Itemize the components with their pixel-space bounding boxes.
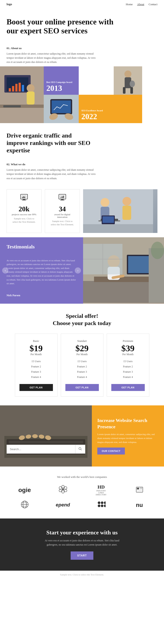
stat-box-1: 20k projects success rate 99% Sample tex… bbox=[7, 189, 42, 233]
partner-flower bbox=[59, 485, 67, 495]
svg-rect-29 bbox=[24, 196, 24, 198]
svg-rect-6 bbox=[19, 83, 21, 92]
drive-section: Drive organic traffic and improve rankin… bbox=[0, 123, 164, 163]
svg-point-94 bbox=[98, 504, 100, 507]
nav-contact[interactable]: Contact bbox=[149, 2, 157, 6]
nav-about[interactable]: About bbox=[137, 2, 144, 6]
presence-left bbox=[0, 406, 92, 466]
partner-epend: epend bbox=[56, 502, 70, 508]
plan-premium-period: Per Month bbox=[111, 353, 145, 356]
svg-rect-4 bbox=[12, 86, 14, 92]
nav-home[interactable]: Home bbox=[126, 2, 133, 6]
svg-point-96 bbox=[104, 502, 106, 504]
cta-footer: Start your experience with us At vero eo… bbox=[0, 518, 164, 570]
svg-rect-33 bbox=[60, 198, 61, 198]
svg-rect-50 bbox=[94, 276, 153, 282]
partner-globe bbox=[20, 500, 29, 510]
image-tablet bbox=[44, 95, 79, 123]
partner-nu: nu bbox=[136, 502, 143, 508]
partners-grid: ogie HD INDUSTRYLINKSDIRECTORY bbox=[7, 484, 157, 510]
about-label: 01. About us bbox=[7, 46, 157, 50]
svg-point-80 bbox=[62, 488, 64, 490]
plan-basic-name: Basic bbox=[20, 339, 53, 343]
svg-rect-7 bbox=[22, 85, 24, 92]
svg-point-39 bbox=[101, 198, 109, 207]
svg-rect-0 bbox=[0, 66, 44, 123]
stat-colleagues-image bbox=[83, 189, 157, 233]
pricing-cards: Basic $19 Per Month 15 Users Feature 2 F… bbox=[7, 334, 157, 397]
presence-right: Increase Website Search Presence Lorem i… bbox=[92, 406, 164, 466]
svg-rect-16 bbox=[130, 87, 133, 94]
award-2013-year: 2013 bbox=[46, 84, 76, 92]
svg-rect-25 bbox=[23, 199, 25, 200]
plan-standart-button[interactable]: GET PLAN bbox=[65, 384, 99, 391]
plan-standart-name: Standart bbox=[65, 339, 99, 343]
svg-rect-42 bbox=[122, 206, 131, 220]
plan-premium-button[interactable]: GET PLAN bbox=[111, 384, 145, 391]
svg-rect-27 bbox=[22, 197, 23, 198]
testimonials-left: Testimonials At vero eos et accusam et j… bbox=[0, 237, 83, 304]
svg-point-97 bbox=[104, 504, 106, 507]
partner-circles bbox=[97, 500, 106, 510]
partners-section: We worked with the world's best companie… bbox=[0, 466, 164, 518]
svg-point-76 bbox=[64, 489, 67, 492]
svg-point-57 bbox=[151, 242, 164, 259]
svg-rect-52 bbox=[128, 256, 152, 273]
award-2022: SEO Excellence Award 2022 bbox=[79, 95, 142, 123]
stats-row: 20k projects success rate 99% Sample tex… bbox=[0, 185, 164, 237]
plan-basic: Basic $19 Per Month 15 Users Feature 2 F… bbox=[15, 334, 58, 397]
our-contact-button[interactable]: OUR CONTACT bbox=[97, 448, 125, 454]
computer-icon bbox=[11, 194, 37, 203]
testimonials-nav: ‹ › bbox=[2, 268, 81, 274]
svg-rect-30 bbox=[25, 197, 25, 198]
image-woman-standing bbox=[114, 66, 142, 95]
cta-body: At vero eos et accusam et justo duo dolo… bbox=[41, 538, 123, 547]
award-2013: Best SEO Campaign Award 2013 bbox=[44, 66, 79, 95]
what-we-do-label: 02. What we do bbox=[7, 163, 157, 166]
plan-basic-button[interactable]: GET PLAN bbox=[20, 384, 53, 391]
svg-point-8 bbox=[27, 84, 35, 92]
svg-point-13 bbox=[124, 70, 131, 78]
presence-section: Increase Website Search Presence Lorem i… bbox=[0, 406, 164, 466]
svg-rect-28 bbox=[23, 197, 23, 198]
testimonials-next[interactable]: › bbox=[75, 268, 81, 274]
plan-standart: Standart $29 Per Month 15 Users Feature … bbox=[61, 334, 103, 397]
stat-box-2: 34 award for digital innovation Sample t… bbox=[45, 189, 80, 233]
search-button[interactable] bbox=[75, 445, 85, 454]
stat-1-desc: Sample text. Click to select the Text El… bbox=[11, 217, 37, 224]
partner-ogie: ogie bbox=[18, 486, 31, 494]
partner-hd: HD INDUSTRYLINKSDIRECTORY bbox=[96, 484, 107, 496]
pricing-headline: Special offer!Choose your pack today bbox=[7, 312, 157, 327]
svg-rect-9 bbox=[27, 92, 35, 104]
plan-basic-period: Per Month bbox=[20, 353, 53, 356]
what-we-do-body: Lorem ipsum dolor sit amet, consectetur … bbox=[7, 168, 98, 180]
svg-point-75 bbox=[64, 486, 67, 489]
svg-rect-26 bbox=[22, 200, 26, 200]
svg-rect-85 bbox=[137, 490, 142, 490]
svg-point-41 bbox=[122, 197, 131, 206]
svg-rect-36 bbox=[61, 199, 64, 200]
plan-standart-features: 15 Users Feature 2 Feature 3 Feature 4 bbox=[65, 359, 99, 380]
svg-point-74 bbox=[62, 485, 64, 488]
about-section: 01. About us Lorem ipsum dolor sit amet,… bbox=[0, 42, 164, 66]
footer-note: Sample text. Click to select the Text El… bbox=[0, 571, 164, 578]
plan-basic-price: $19 bbox=[20, 344, 53, 353]
testimonials-section: Testimonials At vero eos et accusam et j… bbox=[0, 237, 164, 304]
testimonials-prev[interactable]: ‹ bbox=[2, 268, 8, 274]
svg-line-73 bbox=[81, 450, 82, 450]
plan-premium-name: Premium bbox=[111, 339, 145, 343]
logo: logo bbox=[7, 2, 12, 6]
svg-rect-83 bbox=[140, 488, 142, 488]
stat-2-label: award for digital innovation bbox=[49, 213, 75, 218]
cta-heading: Start your experience with us bbox=[7, 530, 157, 536]
svg-rect-35 bbox=[63, 196, 64, 198]
svg-point-92 bbox=[98, 502, 100, 504]
plan-basic-features: 15 Users Feature 2 Feature 3 Feature 4 bbox=[20, 359, 53, 380]
start-button[interactable]: START bbox=[71, 552, 93, 560]
partner-icon-4 bbox=[135, 485, 144, 495]
svg-rect-46 bbox=[103, 216, 114, 223]
testimonials-heading: Testimonials bbox=[7, 244, 77, 250]
pricing-section: Special offer!Choose your pack today Bas… bbox=[0, 304, 164, 406]
svg-rect-37 bbox=[60, 200, 65, 200]
search-input[interactable] bbox=[7, 445, 75, 454]
